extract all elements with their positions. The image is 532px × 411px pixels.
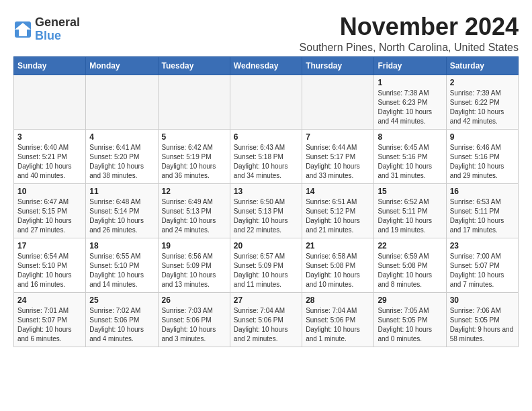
day-info: Sunrise: 6:58 AMSunset: 5:08 PMDaylight:…: [306, 252, 370, 289]
day-number: 9: [450, 132, 515, 142]
calendar-cell: 9Sunrise: 6:46 AMSunset: 5:16 PMDaylight…: [446, 129, 518, 183]
weekday-header: Sunday: [14, 56, 86, 75]
day-info: Sunrise: 6:41 AMSunset: 5:20 PMDaylight:…: [89, 143, 154, 181]
day-info: Sunrise: 7:05 AMSunset: 5:05 PMDaylight:…: [378, 306, 442, 344]
day-number: 11: [89, 187, 154, 196]
day-info: Sunrise: 6:56 AMSunset: 5:09 PMDaylight:…: [162, 252, 226, 289]
day-number: 20: [234, 241, 298, 250]
day-number: 4: [89, 132, 154, 142]
page-header: General Blue November 2024 Southern Pine…: [13, 13, 519, 54]
calendar-cell: 24Sunrise: 7:01 AMSunset: 5:07 PMDayligh…: [14, 292, 86, 347]
calendar-week-row: 24Sunrise: 7:01 AMSunset: 5:07 PMDayligh…: [14, 292, 519, 347]
calendar-cell: 7Sunrise: 6:44 AMSunset: 5:17 PMDaylight…: [302, 129, 374, 183]
day-number: 30: [450, 295, 515, 305]
calendar-cell: 30Sunrise: 7:06 AMSunset: 5:05 PMDayligh…: [446, 292, 518, 347]
calendar-cell: 20Sunrise: 6:57 AMSunset: 5:09 PMDayligh…: [230, 238, 302, 292]
day-number: 14: [306, 187, 370, 196]
day-info: Sunrise: 7:06 AMSunset: 5:05 PMDaylight:…: [450, 306, 515, 344]
calendar-cell: [86, 75, 158, 129]
calendar-cell: 26Sunrise: 7:03 AMSunset: 5:06 PMDayligh…: [158, 292, 230, 347]
calendar-cell: 21Sunrise: 6:58 AMSunset: 5:08 PMDayligh…: [302, 238, 374, 292]
day-number: 18: [89, 241, 154, 250]
weekday-header: Thursday: [302, 56, 374, 75]
day-number: 2: [450, 78, 515, 87]
day-info: Sunrise: 7:00 AMSunset: 5:07 PMDaylight:…: [450, 252, 515, 289]
day-info: Sunrise: 6:46 AMSunset: 5:16 PMDaylight:…: [450, 143, 515, 181]
calendar-cell: 25Sunrise: 7:02 AMSunset: 5:06 PMDayligh…: [86, 292, 158, 347]
calendar: SundayMondayTuesdayWednesdayThursdayFrid…: [13, 56, 519, 347]
calendar-cell: [158, 75, 230, 129]
day-number: 8: [378, 132, 442, 142]
day-info: Sunrise: 6:57 AMSunset: 5:09 PMDaylight:…: [234, 252, 298, 289]
day-info: Sunrise: 6:49 AMSunset: 5:13 PMDaylight:…: [162, 197, 226, 235]
day-number: 3: [17, 132, 82, 142]
calendar-cell: 6Sunrise: 6:43 AMSunset: 5:18 PMDaylight…: [230, 129, 302, 183]
weekday-header-row: SundayMondayTuesdayWednesdayThursdayFrid…: [14, 56, 519, 75]
calendar-cell: [230, 75, 302, 129]
calendar-cell: 14Sunrise: 6:51 AMSunset: 5:12 PMDayligh…: [302, 183, 374, 238]
calendar-week-row: 17Sunrise: 6:54 AMSunset: 5:10 PMDayligh…: [14, 238, 519, 292]
day-number: 29: [378, 295, 442, 305]
day-info: Sunrise: 6:48 AMSunset: 5:14 PMDaylight:…: [89, 197, 154, 235]
calendar-week-row: 1Sunrise: 7:38 AMSunset: 6:23 PMDaylight…: [14, 75, 519, 129]
calendar-cell: 1Sunrise: 7:38 AMSunset: 6:23 PMDaylight…: [374, 75, 446, 129]
day-number: 25: [89, 295, 154, 305]
day-number: 7: [306, 132, 370, 142]
location-title: Southern Pines, North Carolina, United S…: [300, 42, 519, 54]
logo: General Blue: [13, 16, 80, 43]
day-number: 26: [162, 295, 226, 305]
weekday-header: Saturday: [446, 56, 518, 75]
day-info: Sunrise: 7:04 AMSunset: 5:06 PMDaylight:…: [306, 306, 370, 344]
day-info: Sunrise: 7:04 AMSunset: 5:06 PMDaylight:…: [234, 306, 298, 344]
calendar-cell: 3Sunrise: 6:40 AMSunset: 5:21 PMDaylight…: [14, 129, 86, 183]
day-number: 1: [378, 78, 442, 87]
day-info: Sunrise: 6:50 AMSunset: 5:13 PMDaylight:…: [234, 197, 298, 235]
weekday-header: Friday: [374, 56, 446, 75]
calendar-cell: 28Sunrise: 7:04 AMSunset: 5:06 PMDayligh…: [302, 292, 374, 347]
calendar-week-row: 3Sunrise: 6:40 AMSunset: 5:21 PMDaylight…: [14, 129, 519, 183]
calendar-cell: 13Sunrise: 6:50 AMSunset: 5:13 PMDayligh…: [230, 183, 302, 238]
calendar-cell: 16Sunrise: 6:53 AMSunset: 5:11 PMDayligh…: [446, 183, 518, 238]
day-info: Sunrise: 6:42 AMSunset: 5:19 PMDaylight:…: [162, 143, 226, 181]
calendar-cell: 18Sunrise: 6:55 AMSunset: 5:10 PMDayligh…: [86, 238, 158, 292]
day-info: Sunrise: 6:59 AMSunset: 5:08 PMDaylight:…: [378, 252, 442, 289]
day-info: Sunrise: 6:40 AMSunset: 5:21 PMDaylight:…: [17, 143, 82, 181]
day-info: Sunrise: 7:39 AMSunset: 6:22 PMDaylight:…: [450, 89, 515, 126]
day-info: Sunrise: 7:03 AMSunset: 5:06 PMDaylight:…: [162, 306, 226, 344]
calendar-cell: 29Sunrise: 7:05 AMSunset: 5:05 PMDayligh…: [374, 292, 446, 347]
logo-blue: Blue: [35, 30, 80, 43]
day-number: 5: [162, 132, 226, 142]
day-info: Sunrise: 7:38 AMSunset: 6:23 PMDaylight:…: [378, 89, 442, 126]
day-info: Sunrise: 6:44 AMSunset: 5:17 PMDaylight:…: [306, 143, 370, 181]
calendar-cell: 27Sunrise: 7:04 AMSunset: 5:06 PMDayligh…: [230, 292, 302, 347]
day-info: Sunrise: 7:01 AMSunset: 5:07 PMDaylight:…: [17, 306, 82, 344]
month-title: November 2024: [300, 13, 519, 40]
day-number: 13: [234, 187, 298, 196]
day-info: Sunrise: 6:47 AMSunset: 5:15 PMDaylight:…: [17, 197, 82, 235]
day-number: 10: [17, 187, 82, 196]
logo-text: General Blue: [35, 16, 80, 43]
day-number: 27: [234, 295, 298, 305]
weekday-header: Monday: [86, 56, 158, 75]
day-number: 21: [306, 241, 370, 250]
day-number: 28: [306, 295, 370, 305]
day-info: Sunrise: 6:52 AMSunset: 5:11 PMDaylight:…: [378, 197, 442, 235]
weekday-header: Wednesday: [230, 56, 302, 75]
calendar-cell: 4Sunrise: 6:41 AMSunset: 5:20 PMDaylight…: [86, 129, 158, 183]
day-info: Sunrise: 6:53 AMSunset: 5:11 PMDaylight:…: [450, 197, 515, 235]
calendar-cell: 10Sunrise: 6:47 AMSunset: 5:15 PMDayligh…: [14, 183, 86, 238]
calendar-cell: 2Sunrise: 7:39 AMSunset: 6:22 PMDaylight…: [446, 75, 518, 129]
day-number: 15: [378, 187, 442, 196]
day-info: Sunrise: 6:51 AMSunset: 5:12 PMDaylight:…: [306, 197, 370, 235]
day-info: Sunrise: 6:54 AMSunset: 5:10 PMDaylight:…: [17, 252, 82, 289]
day-number: 22: [378, 241, 442, 250]
calendar-cell: [14, 75, 86, 129]
day-number: 6: [234, 132, 298, 142]
calendar-cell: 19Sunrise: 6:56 AMSunset: 5:09 PMDayligh…: [158, 238, 230, 292]
calendar-week-row: 10Sunrise: 6:47 AMSunset: 5:15 PMDayligh…: [14, 183, 519, 238]
logo-general: General: [35, 16, 80, 30]
calendar-cell: 23Sunrise: 7:00 AMSunset: 5:07 PMDayligh…: [446, 238, 518, 292]
title-block: November 2024 Southern Pines, North Caro…: [300, 13, 519, 54]
day-number: 19: [162, 241, 226, 250]
calendar-cell: 15Sunrise: 6:52 AMSunset: 5:11 PMDayligh…: [374, 183, 446, 238]
